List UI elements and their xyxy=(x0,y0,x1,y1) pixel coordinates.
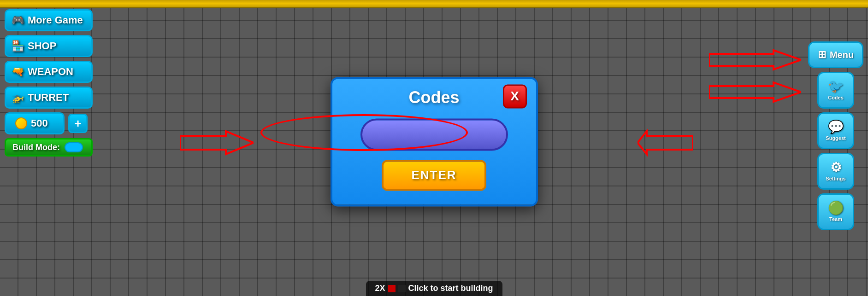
more-game-button[interactable]: 🎮 More Game xyxy=(5,9,93,31)
team-label: Team xyxy=(829,216,842,222)
weapon-button[interactable]: 🔫 WEAPON xyxy=(5,61,93,83)
code-input-wrapper xyxy=(346,118,522,151)
build-mode-toggle[interactable] xyxy=(65,142,83,152)
suggest-icon: 💬 xyxy=(828,121,844,133)
menu-label: Menu xyxy=(830,50,854,60)
menu-button[interactable]: ⊞ Menu xyxy=(808,41,863,68)
status-2x: 2X xyxy=(375,284,385,293)
status-text: Click to start building xyxy=(408,284,493,293)
svg-marker-3 xyxy=(709,82,801,102)
coin-row: 500 + xyxy=(5,112,93,134)
modal-header: Codes X xyxy=(346,88,522,107)
right-sidebar: ⊞ Menu 🐦 Codes 💬 Suggest ⚙ Settings 🟢 Te… xyxy=(808,41,863,230)
road-stripe xyxy=(0,0,868,8)
settings-label: Settings xyxy=(826,176,845,181)
modal-title: Codes xyxy=(408,88,459,107)
team-icon: 🟢 xyxy=(828,202,844,215)
build-mode-row: Build Mode: xyxy=(5,138,93,157)
codes-modal: Codes X ENTER xyxy=(331,77,538,206)
coin-amount: 500 xyxy=(31,117,48,129)
left-sidebar: 🎮 More Game 🏪 SHOP 🔫 WEAPON 🚁 TURRET 500… xyxy=(5,9,93,157)
close-modal-button[interactable]: X xyxy=(503,84,527,108)
menu-arrow-annotation xyxy=(709,48,801,71)
more-game-icon: 🎮 xyxy=(12,14,24,26)
turret-label: TURRET xyxy=(28,92,69,104)
shop-label: SHOP xyxy=(28,40,56,52)
status-red-square xyxy=(388,285,396,292)
weapon-icon: 🔫 xyxy=(12,66,24,78)
plus-icon: + xyxy=(74,116,81,131)
codes-button[interactable]: 🐦 Codes xyxy=(817,72,854,109)
settings-button[interactable]: ⚙ Settings xyxy=(817,153,854,190)
menu-grid-icon: ⊞ xyxy=(818,49,826,61)
suggest-button[interactable]: 💬 Suggest xyxy=(817,112,854,149)
shop-icon: 🏪 xyxy=(12,40,24,52)
svg-marker-1 xyxy=(638,131,693,154)
close-icon: X xyxy=(510,89,519,104)
svg-marker-2 xyxy=(709,50,801,70)
code-input-oval xyxy=(360,118,508,151)
right-arrow-annotation xyxy=(638,129,693,157)
turret-icon: 🚁 xyxy=(12,92,24,104)
svg-marker-0 xyxy=(180,131,254,154)
coin-display: 500 xyxy=(5,112,65,134)
left-arrow-annotation xyxy=(180,129,254,157)
codes-btn-label: Codes xyxy=(828,95,844,100)
add-coins-button[interactable]: + xyxy=(68,114,88,133)
status-bar: 2X Click to start building xyxy=(366,281,502,296)
twitter-icon: 🐦 xyxy=(828,80,844,93)
turret-button[interactable]: 🚁 TURRET xyxy=(5,87,93,109)
code-input[interactable] xyxy=(372,129,497,139)
status-black-square xyxy=(398,285,406,292)
codes-arrow-annotation xyxy=(709,81,801,104)
more-game-label: More Game xyxy=(28,14,83,26)
weapon-label: WEAPON xyxy=(28,66,73,78)
shop-button[interactable]: 🏪 SHOP xyxy=(5,35,93,57)
suggest-label: Suggest xyxy=(826,135,845,141)
enter-button[interactable]: ENTER xyxy=(382,160,486,191)
enter-label: ENTER xyxy=(411,168,456,182)
settings-icon: ⚙ xyxy=(830,161,842,174)
team-button[interactable]: 🟢 Team xyxy=(817,193,854,230)
build-mode-label: Build Mode: xyxy=(12,143,60,152)
coin-icon xyxy=(15,117,27,129)
